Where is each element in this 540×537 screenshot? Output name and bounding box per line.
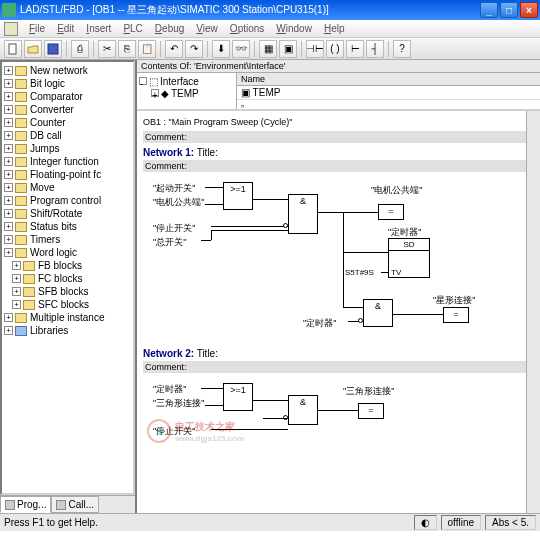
print-icon[interactable]: ⎙ (71, 40, 89, 58)
tab-call[interactable]: Call... (51, 496, 99, 513)
tab-program[interactable]: Prog... (0, 496, 51, 513)
ob-title: OB1 : "Main Program Sweep (Cycle)" (143, 117, 534, 127)
folder-icon (23, 261, 35, 271)
folder-icon (23, 274, 35, 284)
input-label[interactable]: "起动开关" (153, 182, 195, 195)
or-gate[interactable]: >=1 (223, 182, 253, 210)
folder-icon (23, 287, 35, 297)
redo-icon[interactable]: ↷ (185, 40, 203, 58)
menu-edit[interactable]: Edit (52, 21, 79, 36)
junction-icon[interactable]: ┤ (366, 40, 384, 58)
folder-icon (15, 248, 27, 258)
minimize-button[interactable]: _ (480, 2, 498, 18)
window-titlebar: LAD/STL/FBD - [OB1 -- 星三角起动\SIMATIC 300 … (0, 0, 540, 20)
and-gate-3[interactable]: & (288, 395, 318, 425)
status-bar: Press F1 to get Help. ◐ offline Abs < 5. (0, 513, 540, 531)
folder-icon (15, 183, 27, 193)
svg-rect-1 (48, 44, 58, 54)
input-label[interactable]: "三角形连接" (153, 397, 213, 410)
negation-icon (358, 318, 363, 323)
help-icon[interactable]: ? (393, 40, 411, 58)
left-tabs: Prog... Call... (0, 495, 135, 513)
folder-icon (15, 79, 27, 89)
folder-icon (15, 118, 27, 128)
folder-icon (15, 157, 27, 167)
app-icon (2, 3, 16, 17)
tab-icon (56, 500, 66, 510)
window-title: LAD/STL/FBD - [OB1 -- 星三角起动\SIMATIC 300 … (20, 3, 480, 17)
download-icon[interactable]: ⬇ (212, 40, 230, 58)
editor-panel: Contents Of: 'Environment\Interface' -⬚I… (135, 60, 540, 513)
status-abs: Abs < 5. (485, 515, 536, 530)
svg-rect-0 (9, 44, 16, 54)
toolbar: ⎙ ✂ ⎘ 📋 ↶ ↷ ⬇ 👓 ▦ ▣ ⊣⊢ ( ) ⊢ ┤ ? (0, 38, 540, 60)
branch-icon[interactable]: ⊢ (346, 40, 364, 58)
interface-tree[interactable]: -⬚Interface +◆TEMP (137, 73, 237, 109)
and-gate[interactable]: & (288, 194, 318, 234)
tool-icon[interactable]: ▦ (259, 40, 277, 58)
input-label[interactable]: "总开关" (153, 236, 186, 249)
menu-view[interactable]: View (191, 21, 223, 36)
assign-box-2[interactable]: = (443, 307, 469, 323)
status-offline: offline (441, 515, 482, 530)
element-tree[interactable]: +New network +Bit logic +Comparator +Con… (0, 60, 135, 495)
negation-icon (283, 223, 288, 228)
or-gate-2[interactable]: >=1 (223, 383, 253, 411)
vertical-scrollbar[interactable] (526, 111, 540, 513)
menu-options[interactable]: Options (225, 21, 269, 36)
network-2-title: Network 2: Title: (143, 348, 534, 359)
tv-label: TV (391, 268, 401, 277)
fbd-canvas[interactable]: OB1 : "Main Program Sweep (Cycle)" Comme… (137, 111, 540, 513)
input-label[interactable]: "定时器" (153, 383, 186, 396)
interface-table[interactable]: Name ▣ TEMP ▫ (237, 73, 540, 109)
menu-help[interactable]: Help (319, 21, 350, 36)
comment-bar-3[interactable]: Comment: (143, 361, 534, 373)
menu-debug[interactable]: Debug (150, 21, 189, 36)
cut-icon[interactable]: ✂ (98, 40, 116, 58)
open-icon[interactable] (24, 40, 42, 58)
assign-box-3[interactable]: = (358, 403, 384, 419)
folder-icon (15, 131, 27, 141)
save-icon[interactable] (44, 40, 62, 58)
tv-value[interactable]: S5T#9S (345, 268, 374, 277)
folder-icon (15, 170, 27, 180)
folder-icon (15, 209, 27, 219)
folder-icon (15, 66, 27, 76)
left-panel: +New network +Bit logic +Comparator +Con… (0, 60, 135, 513)
menu-insert[interactable]: Insert (81, 21, 116, 36)
copy-icon[interactable]: ⎘ (118, 40, 136, 58)
and-gate-2[interactable]: & (363, 299, 393, 327)
timer-label[interactable]: "定时器" (388, 226, 421, 239)
input-label[interactable]: "停止开关" (153, 222, 195, 235)
coil-icon[interactable]: ( ) (326, 40, 344, 58)
undo-icon[interactable]: ↶ (165, 40, 183, 58)
comment-bar[interactable]: Comment: (143, 131, 534, 143)
menu-window[interactable]: Window (271, 21, 317, 36)
tool2-icon[interactable]: ▣ (279, 40, 297, 58)
library-icon (15, 326, 27, 336)
folder-icon (15, 196, 27, 206)
input-label[interactable]: "定时器" (303, 317, 336, 330)
output-label[interactable]: "星形连接" (433, 294, 475, 307)
input-label[interactable]: "电机公共端" (153, 196, 213, 209)
menu-file[interactable]: File (24, 21, 50, 36)
output-label[interactable]: "电机公共端" (371, 184, 421, 197)
close-button[interactable]: × (520, 2, 538, 18)
interface-header: Contents Of: 'Environment\Interface' (137, 60, 540, 73)
menu-plc[interactable]: PLC (118, 21, 147, 36)
mdi-icon (4, 22, 18, 36)
paste-icon[interactable]: 📋 (138, 40, 156, 58)
output-label[interactable]: "三角形连接" (343, 385, 403, 398)
assign-box[interactable]: = (378, 204, 404, 220)
contact-icon[interactable]: ⊣⊢ (306, 40, 324, 58)
maximize-button[interactable]: □ (500, 2, 518, 18)
comment-bar-2[interactable]: Comment: (143, 160, 534, 172)
menu-bar: File Edit Insert PLC Debug View Options … (0, 20, 540, 38)
network-1-fbd[interactable]: >=1 "起动开关" "电机公共端" & "停止开关" "总开关" = "电机公… (143, 174, 534, 344)
status-help: Press F1 to get Help. (4, 517, 98, 528)
new-icon[interactable] (4, 40, 22, 58)
monitor-icon[interactable]: 👓 (232, 40, 250, 58)
main-area: +New network +Bit logic +Comparator +Con… (0, 60, 540, 513)
network-2-fbd[interactable]: >=1 "定时器" "三角形连接" & "停止开关" = "三角形连接" (143, 375, 534, 455)
folder-icon (15, 144, 27, 154)
